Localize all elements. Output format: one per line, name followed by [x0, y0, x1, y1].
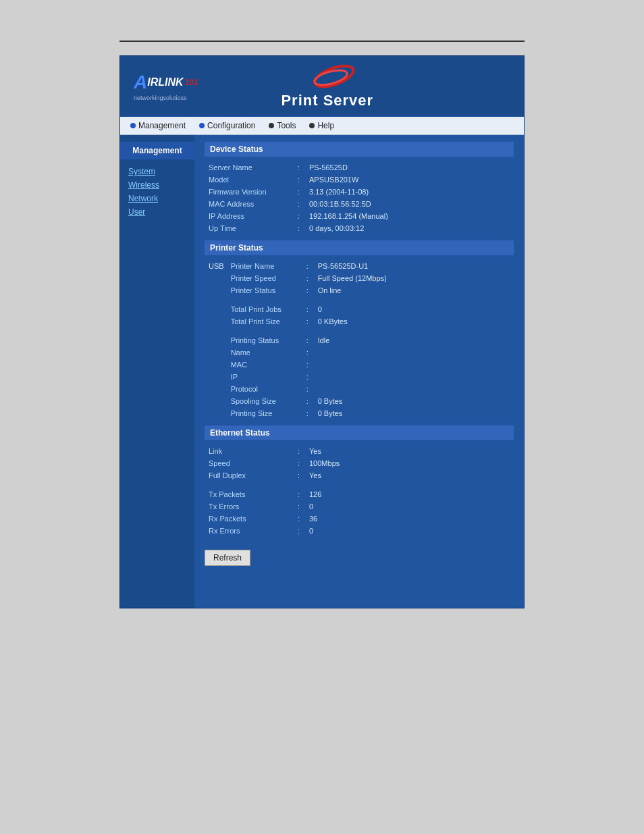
divider-row	[206, 328, 512, 334]
colon: :	[304, 335, 314, 346]
sidebar-item-system[interactable]: System	[120, 165, 194, 178]
colon: :	[295, 525, 305, 536]
colon: :	[304, 359, 314, 370]
colon: :	[304, 396, 314, 407]
svg-point-1	[313, 68, 348, 88]
table-row: Printing Status : Idle	[206, 335, 512, 346]
table-row: Model : APSUSB201W	[206, 174, 512, 185]
table-row: Server Name : PS-56525D	[206, 162, 512, 173]
table-row: Firmware Version : 3.13 (2004-11-08)	[206, 186, 512, 197]
colon: :	[295, 513, 305, 524]
colon: :	[304, 273, 314, 284]
colon: :	[295, 199, 305, 209]
spooling-size-label: Spooling Size	[228, 396, 302, 407]
empty-cell	[206, 359, 227, 370]
colon: :	[304, 384, 314, 394]
table-row: IP Address : 192.168.1.254 (Manual)	[206, 211, 512, 221]
printer-name-label: Printer Name	[228, 261, 302, 271]
nav-dot-management	[130, 123, 136, 128]
printing-size-label: Printing Size	[228, 408, 302, 419]
colon: :	[304, 285, 314, 296]
empty-cell	[206, 273, 227, 284]
colon: :	[295, 470, 305, 481]
divider-row	[206, 297, 512, 303]
nav-management[interactable]: Management	[130, 121, 186, 130]
table-row: MAC :	[206, 359, 512, 370]
printer-status-header: Printer Status	[205, 240, 514, 255]
field-mac-label: MAC Address	[206, 199, 294, 209]
tx-errors-value: 0	[306, 501, 512, 512]
empty-cell	[206, 371, 227, 382]
name-label: Name	[228, 347, 302, 358]
colon: :	[295, 489, 305, 500]
nav-management-label: Management	[138, 121, 186, 130]
total-print-jobs-value: 0	[315, 304, 512, 315]
refresh-button[interactable]: Refresh	[205, 550, 250, 566]
printing-status-label: Printing Status	[228, 335, 302, 346]
colon: :	[295, 174, 305, 185]
field-ip-label: IP Address	[206, 211, 294, 221]
table-row: MAC Address : 00:03:1B:56:52:5D	[206, 199, 512, 209]
logo-brand: A IRLINK 101	[134, 72, 198, 93]
sidebar-item-wireless[interactable]: Wireless	[120, 178, 194, 192]
colon: :	[295, 501, 305, 512]
field-mac-value: 00:03:1B:56:52:5D	[306, 199, 512, 209]
nav-help[interactable]: Help	[309, 121, 334, 130]
protocol-value	[315, 384, 512, 394]
field-uptime-value: 0 days, 00:03:12	[306, 223, 512, 234]
duplex-label: Full Duplex	[206, 470, 294, 481]
field-model-value: APSUSB201W	[306, 174, 512, 185]
table-row: Spooling Size : 0 Bytes	[206, 396, 512, 407]
printer-status-label: Printer Status	[228, 285, 302, 296]
tx-packets-label: Tx Packets	[206, 489, 294, 500]
nav-dot-configuration	[199, 123, 205, 128]
empty-cell	[206, 408, 227, 419]
field-firmware-value: 3.13 (2004-11-08)	[306, 186, 512, 197]
divider-row	[206, 482, 512, 488]
empty-cell	[206, 285, 227, 296]
sidebar: Management System Wireless Network User	[120, 135, 194, 608]
table-row: Name :	[206, 347, 512, 358]
logo-area: A IRLINK 101 networkingsolutioss	[134, 72, 198, 101]
nav-bar: Management Configuration Tools Help	[120, 117, 524, 135]
colon: :	[295, 223, 305, 234]
rx-packets-value: 36	[306, 513, 512, 524]
nav-configuration[interactable]: Configuration	[199, 121, 255, 130]
empty-cell	[206, 335, 227, 346]
total-print-size-value: 0 KBytes	[315, 316, 512, 327]
table-row: USB Printer Name : PS-56525D-U1	[206, 261, 512, 271]
header: A IRLINK 101 networkingsolutioss Print S…	[120, 56, 524, 117]
ip-label: IP	[228, 371, 302, 382]
spooling-size-value: 0 Bytes	[315, 396, 512, 407]
red-swoosh-icon	[300, 63, 354, 90]
empty-cell	[206, 396, 227, 407]
table-row: Total Print Jobs : 0	[206, 304, 512, 315]
sidebar-item-network[interactable]: Network	[120, 192, 194, 205]
main-content: Device Status Server Name : PS-56525D Mo…	[194, 135, 524, 608]
sidebar-item-user[interactable]: User	[120, 205, 194, 219]
printing-status-value: Idle	[315, 335, 512, 346]
link-label: Link	[206, 446, 294, 457]
tx-errors-label: Tx Errors	[206, 501, 294, 512]
colon: :	[295, 446, 305, 457]
table-row: Link : Yes	[206, 446, 512, 457]
ethernet-status-header: Ethernet Status	[205, 425, 514, 440]
usb-label: USB	[206, 261, 227, 271]
tx-packets-value: 126	[306, 489, 512, 500]
printer-status-value: On line	[315, 285, 512, 296]
colon: :	[304, 371, 314, 382]
table-row: Full Duplex : Yes	[206, 470, 512, 481]
mac-value	[315, 359, 512, 370]
table-row: Protocol :	[206, 384, 512, 394]
speed-label: Speed	[206, 458, 294, 469]
printer-name-value: PS-56525D-U1	[315, 261, 512, 271]
table-row: Rx Errors : 0	[206, 525, 512, 536]
nav-dot-help	[309, 123, 315, 128]
table-row: Tx Errors : 0	[206, 501, 512, 512]
rx-errors-value: 0	[306, 525, 512, 536]
nav-tools[interactable]: Tools	[269, 121, 296, 130]
top-line	[119, 41, 525, 42]
table-row: Speed : 100Mbps	[206, 458, 512, 469]
mac-label: MAC	[228, 359, 302, 370]
rx-packets-label: Rx Packets	[206, 513, 294, 524]
